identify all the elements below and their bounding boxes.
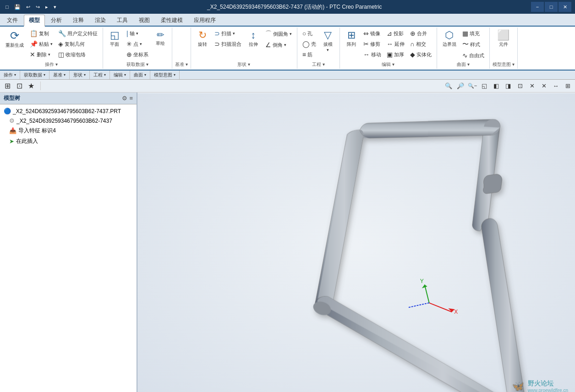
- zoom-in-btn[interactable]: 🔎: [455, 81, 466, 91]
- zoom-fit-btn[interactable]: 🔍: [443, 81, 454, 91]
- tab-file[interactable]: 文件: [2, 15, 23, 26]
- label-edit[interactable]: 编辑▾: [110, 71, 130, 79]
- tab-flexible[interactable]: 柔性建模: [156, 15, 188, 26]
- app-icon[interactable]: □: [4, 3, 11, 11]
- shade2-btn[interactable]: ◨: [503, 81, 514, 91]
- flip-btn[interactable]: ↔: [550, 81, 561, 91]
- close-btn[interactable]: ✕: [559, 2, 571, 12]
- zoom-out-btn[interactable]: 🔍−: [467, 81, 478, 91]
- chamfer-button[interactable]: ∠ 倒角 ▾: [263, 40, 294, 50]
- copy-geom-button[interactable]: ◈ 复制几何: [56, 39, 100, 49]
- label-shape[interactable]: 形状▾: [70, 71, 90, 79]
- axis-icon: |: [126, 30, 128, 37]
- insert-here-label: 在此插入: [16, 137, 38, 145]
- maximize-btn[interactable]: □: [545, 2, 558, 12]
- extend-button[interactable]: ↔ 延伸: [384, 39, 407, 49]
- sidebar-header: 模型树 ⚙ ≡: [0, 93, 137, 104]
- regen-btn[interactable]: ▸: [44, 3, 50, 11]
- tab-apps[interactable]: 应用程序: [189, 15, 221, 26]
- boundary-button[interactable]: ⬡ 边界混: [440, 28, 459, 49]
- point-icon: ✳: [126, 40, 132, 48]
- freeform-button[interactable]: ∿ 自由式: [460, 50, 487, 60]
- array-icon: ⊞: [347, 30, 356, 40]
- tab-render[interactable]: 渲染: [90, 15, 111, 26]
- shrink-wrap-button[interactable]: ◫ 收缩包络: [56, 49, 100, 60]
- fillet-button[interactable]: ⌒ 倒圆角 ▾: [263, 28, 294, 39]
- save-btn[interactable]: 💾: [12, 3, 22, 11]
- tree-insert-here[interactable]: ➤ 在此插入: [2, 136, 135, 147]
- group-label-datum: 基准 ▾: [175, 60, 188, 68]
- wireframe-btn[interactable]: ⊡: [515, 81, 526, 91]
- view-x-btn[interactable]: ✕: [526, 81, 537, 91]
- sidebar-expand-icon[interactable]: ≡: [129, 95, 133, 102]
- paste-button[interactable]: 📌 粘贴 ▾: [27, 39, 55, 49]
- sketch-button[interactable]: ✏ 草绘: [152, 28, 169, 49]
- shell-button[interactable]: ◯ 壳: [300, 39, 318, 49]
- label-getdata[interactable]: 获取数据▾: [20, 71, 49, 79]
- redo-btn[interactable]: ↪: [34, 3, 42, 11]
- ribbon-group-getdata: ◱ 平面 | 轴 ▾ ✳ 点 ▾ ⊕ 坐标系 ✏ 草绘: [103, 27, 172, 69]
- coord-sys-button[interactable]: ⊕ 坐标系: [124, 49, 151, 60]
- sketch-icon: ✏: [157, 30, 164, 39]
- shade-btn[interactable]: ◧: [491, 81, 502, 91]
- watermark-text: 野火论坛: [528, 380, 568, 388]
- group-label-edit: 编辑 ▾: [382, 60, 394, 68]
- label-modelintent[interactable]: 模型意图▾: [150, 71, 180, 79]
- move-button[interactable]: ↔ 移动: [361, 49, 383, 60]
- label-surface[interactable]: 曲面▾: [130, 71, 150, 79]
- copy-button[interactable]: 📋 复制: [27, 28, 55, 38]
- solidify-button[interactable]: ◆ 实体化: [408, 49, 434, 60]
- view-cross-btn[interactable]: ✕: [538, 81, 549, 91]
- label-datum[interactable]: 基准▾: [49, 71, 70, 79]
- style-button[interactable]: 〜 样式: [460, 39, 487, 50]
- trim-button[interactable]: ✂ 修剪: [361, 39, 383, 49]
- sidebar-content: 🔵 _X2_524D639259346795603B62-7437.PRT ⚙ …: [0, 104, 137, 392]
- merge-button[interactable]: ⊕ 合并: [408, 28, 434, 38]
- undo-btn[interactable]: ↩: [24, 3, 32, 11]
- shell-icon: ◯: [302, 40, 310, 48]
- element-button[interactable]: ⬜ 元件: [494, 28, 512, 49]
- label-actions[interactable]: 操作▾: [0, 71, 20, 79]
- plane-button[interactable]: ◱ 平面: [106, 28, 123, 49]
- delete-button[interactable]: ✕ 删除 ▾: [27, 49, 55, 60]
- tree-design-intent[interactable]: ⚙ _X2_524D639259346795603B62-7437: [2, 116, 135, 125]
- minimize-btn[interactable]: −: [531, 2, 544, 12]
- user-feature-button[interactable]: 🔧 用户定义特征: [56, 28, 100, 38]
- axis-button[interactable]: | 轴 ▾: [124, 28, 151, 38]
- intersect-button[interactable]: ∩ 相交: [408, 39, 434, 49]
- hole-button[interactable]: ○ 孔: [300, 28, 318, 38]
- sidebar-settings-icon[interactable]: ⚙: [122, 95, 127, 102]
- thicken-button[interactable]: ▣ 加厚: [384, 49, 407, 60]
- scan-button[interactable]: ⊃ 扫描 ▾: [212, 28, 244, 38]
- fill-button[interactable]: ▦ 填充: [460, 28, 487, 38]
- tab-view[interactable]: 视图: [134, 15, 155, 26]
- rebuild-button[interactable]: ⟳ 重新生成: [3, 28, 27, 50]
- stretch-button[interactable]: ↕ 拉伸: [245, 28, 262, 49]
- tree-imported-feature[interactable]: 📥 导入特征 标识4: [2, 125, 135, 136]
- view-grid-btn[interactable]: ⊞: [2, 81, 13, 91]
- frame-btn[interactable]: ◱: [479, 81, 490, 91]
- watermark-url: www.proewildfire.cn: [528, 388, 568, 392]
- array-button[interactable]: ⊞ 阵列: [343, 28, 360, 49]
- svg-text:Y: Y: [420, 278, 424, 284]
- group-label-modelintent: 模型意图 ▾: [493, 60, 515, 68]
- viewport[interactable]: X Y 🦋 野火论坛 www.proewildfire.cn: [137, 93, 575, 392]
- view-tree-btn[interactable]: ⊡: [14, 81, 25, 91]
- point-button[interactable]: ✳ 点 ▾: [124, 39, 151, 49]
- scan-mix-button[interactable]: ⊃ 扫描混合: [212, 39, 244, 49]
- tree-root-file[interactable]: 🔵 _X2_524D639259346795603B62-7437.PRT: [2, 106, 135, 116]
- draft-button[interactable]: ▽ 拔模 ▾: [319, 28, 337, 54]
- design-intent-icon: ⚙: [9, 117, 15, 124]
- tab-model[interactable]: 模型: [24, 15, 45, 27]
- mirror-button[interactable]: ⇔ 镜像: [361, 28, 383, 38]
- rotate-button[interactable]: ↻ 旋转: [194, 28, 211, 49]
- label-engineering[interactable]: 工程▾: [90, 71, 110, 79]
- tab-tools[interactable]: 工具: [112, 15, 133, 26]
- tab-annotation[interactable]: 注释: [68, 15, 89, 26]
- view-star-btn[interactable]: ★: [26, 81, 37, 91]
- project-button[interactable]: ⊿ 投影: [384, 28, 407, 38]
- tab-analysis[interactable]: 分析: [46, 15, 67, 26]
- more-btn[interactable]: ▾: [52, 3, 58, 11]
- grid-btn[interactable]: ⊞: [562, 81, 573, 91]
- rib-button[interactable]: ≡ 筋: [300, 49, 318, 60]
